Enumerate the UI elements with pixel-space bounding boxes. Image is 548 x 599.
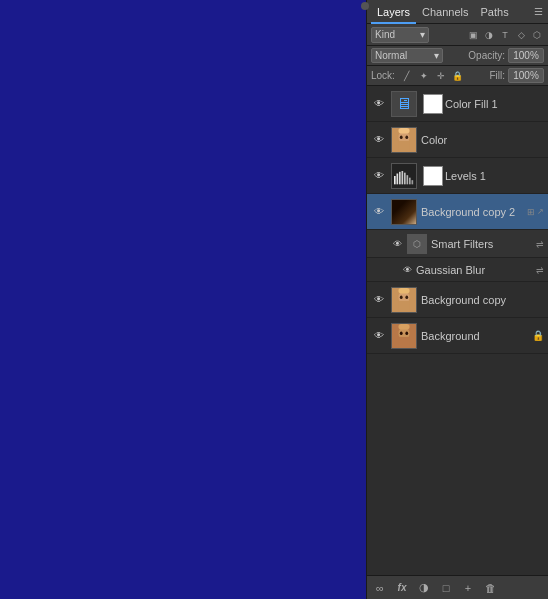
- layers-list: 👁 🖥 Color Fill 1 👁: [367, 86, 548, 575]
- layer-visibility-bg-copy-2[interactable]: 👁: [371, 204, 387, 220]
- svg-rect-8: [399, 171, 401, 184]
- layer-row-color[interactable]: 👁 Color: [367, 122, 548, 158]
- layer-name-bg-copy-2: Background copy 2: [421, 206, 525, 218]
- layer-row-bg-copy-2[interactable]: 👁 Background copy 2 ⊞ ↗: [367, 194, 548, 230]
- filter-eye-icon[interactable]: 👁: [403, 265, 412, 275]
- blend-mode-arrow: ▾: [434, 50, 439, 61]
- filter-pixel-icon[interactable]: ▣: [466, 28, 480, 42]
- filter-type-icon[interactable]: T: [498, 28, 512, 42]
- layer-visibility-color-fill-1[interactable]: 👁: [371, 96, 387, 112]
- svg-point-18: [405, 295, 408, 299]
- layer-name-color: Color: [421, 134, 544, 146]
- svg-rect-6: [394, 176, 396, 184]
- smart-filter-right-icon: ⇌: [536, 239, 544, 249]
- layer-row-bg-copy[interactable]: 👁 Background copy: [367, 282, 548, 318]
- layer-visibility-background[interactable]: 👁: [371, 328, 387, 344]
- gaussian-blur-right-icon: ⇌: [536, 265, 544, 275]
- fill-value[interactable]: 100%: [508, 68, 544, 83]
- lock-label: Lock:: [371, 70, 395, 81]
- lock-position-icon[interactable]: ✛: [434, 69, 448, 83]
- opacity-value[interactable]: 100%: [508, 48, 544, 63]
- layer-name-gaussian-blur: Gaussian Blur: [416, 264, 536, 276]
- svg-rect-10: [404, 172, 406, 184]
- filter-adjustment-icon[interactable]: ◑: [482, 28, 496, 42]
- layer-thumb-color-fill-1: 🖥: [391, 91, 417, 117]
- link-layers-button[interactable]: ∞: [371, 580, 389, 596]
- svg-rect-5: [398, 128, 409, 134]
- panel-tabs-row: Layers Channels Paths ☰: [367, 0, 548, 24]
- svg-rect-2: [398, 140, 409, 151]
- svg-rect-19: [398, 288, 409, 294]
- layer-row-gaussian-blur[interactable]: 👁 Gaussian Blur ⇌: [367, 258, 548, 282]
- lock-pixels-icon[interactable]: ✦: [417, 69, 431, 83]
- svg-rect-25: [398, 324, 409, 330]
- layer-name-bg-copy: Background copy: [421, 294, 544, 306]
- svg-point-4: [405, 135, 408, 139]
- lock-all-icon[interactable]: 🔒: [451, 69, 465, 83]
- svg-point-23: [400, 331, 403, 335]
- fill-label: Fill:: [489, 70, 505, 81]
- lock-fill-row: Lock: ╱ ✦ ✛ 🔒 Fill: 100%: [367, 66, 548, 86]
- filter-smart-icon[interactable]: ⬡: [530, 28, 544, 42]
- layer-visibility-levels-1[interactable]: 👁: [371, 168, 387, 184]
- opacity-label: Opacity:: [468, 50, 505, 61]
- svg-rect-11: [407, 175, 409, 184]
- blend-mode-dropdown[interactable]: Normal ▾: [371, 48, 443, 63]
- layer-thumb-smart-filters: ⬡: [407, 234, 427, 254]
- svg-rect-13: [412, 180, 414, 184]
- adjustment-layer-button[interactable]: ◑: [415, 580, 433, 596]
- panel-search-row: Kind ▾ ▣ ◑ T ◇ ⬡: [367, 24, 548, 46]
- group-button[interactable]: □: [437, 580, 455, 596]
- layer-visibility-bg-copy[interactable]: 👁: [371, 292, 387, 308]
- filter-shape-icon[interactable]: ◇: [514, 28, 528, 42]
- search-filter-icons: ▣ ◑ T ◇ ⬡: [432, 28, 544, 42]
- layer-link-icon-bg-copy-2: ↗: [537, 207, 544, 216]
- kind-dropdown-arrow: ▾: [420, 29, 425, 40]
- svg-point-17: [400, 295, 403, 299]
- tab-paths[interactable]: Paths: [475, 0, 515, 24]
- layer-visibility-color[interactable]: 👁: [371, 132, 387, 148]
- smart-object-icon: ⊞: [527, 207, 535, 217]
- layer-row-background[interactable]: 👁 Background 🔒: [367, 318, 548, 354]
- panel-menu-icon[interactable]: ☰: [532, 6, 544, 18]
- monitor-icon: 🖥: [396, 95, 412, 113]
- svg-rect-12: [409, 177, 411, 184]
- layer-row-color-fill-1[interactable]: 👁 🖥 Color Fill 1: [367, 86, 548, 122]
- blend-mode-value: Normal: [375, 50, 407, 61]
- layer-name-levels-1: Levels 1: [445, 170, 544, 182]
- kind-dropdown[interactable]: Kind ▾: [371, 27, 429, 43]
- panel-close-dot[interactable]: [361, 2, 369, 10]
- layer-thumb-color: [391, 127, 417, 153]
- fx-button[interactable]: fx: [393, 580, 411, 596]
- layer-row-smart-filters[interactable]: 👁 ⬡ Smart Filters ⇌: [367, 230, 548, 258]
- kind-dropdown-label: Kind: [375, 29, 395, 40]
- background-lock-icon: 🔒: [532, 330, 544, 341]
- blend-opacity-row: Normal ▾ Opacity: 100%: [367, 46, 548, 66]
- layer-name-background: Background: [421, 330, 532, 342]
- tab-channels[interactable]: Channels: [416, 0, 474, 24]
- lock-transparent-icon[interactable]: ╱: [400, 69, 414, 83]
- layer-thumb-background: [391, 323, 417, 349]
- tab-layers[interactable]: Layers: [371, 0, 416, 24]
- svg-rect-7: [397, 173, 399, 184]
- layer-thumb-levels-1: [391, 163, 417, 189]
- svg-point-24: [405, 331, 408, 335]
- svg-rect-22: [398, 336, 409, 347]
- svg-point-3: [400, 135, 403, 139]
- delete-layer-button[interactable]: 🗑: [481, 580, 499, 596]
- new-layer-button[interactable]: +: [459, 580, 477, 596]
- canvas-area: [0, 0, 366, 599]
- layer-name-color-fill-1: Color Fill 1: [445, 98, 544, 110]
- layer-mask-color-fill-1: [423, 94, 443, 114]
- layer-row-levels-1[interactable]: 👁 Levels 1: [367, 158, 548, 194]
- layer-mask-levels-1: [423, 166, 443, 186]
- layer-thumb-bg-copy-2: [391, 199, 417, 225]
- layer-thumb-bg-copy: [391, 287, 417, 313]
- svg-rect-16: [398, 300, 409, 311]
- svg-rect-9: [402, 171, 404, 184]
- panel-footer: ∞ fx ◑ □ + 🗑: [367, 575, 548, 599]
- layer-name-smart-filters: Smart Filters: [431, 238, 536, 250]
- layer-visibility-smart-filters[interactable]: 👁: [391, 236, 403, 252]
- layers-panel: Layers Channels Paths ☰ Kind ▾ ▣ ◑ T ◇ ⬡…: [366, 0, 548, 599]
